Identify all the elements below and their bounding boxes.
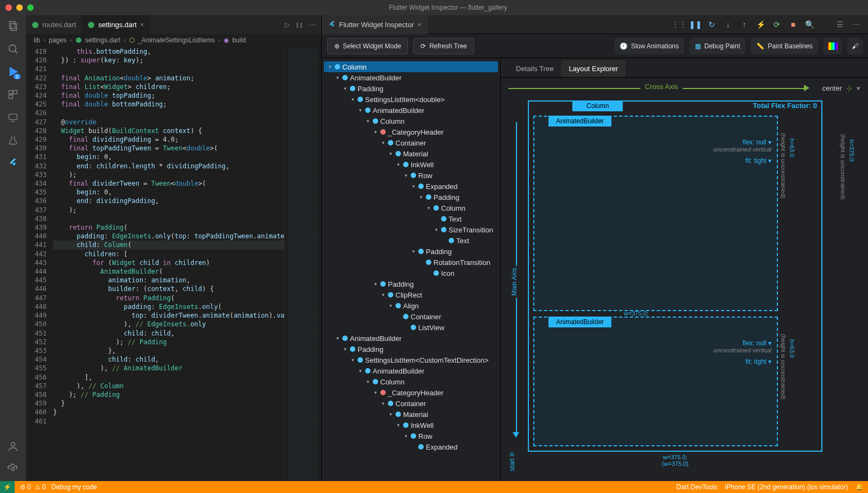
hot-reload-icon[interactable]: ⚡ <box>754 18 767 31</box>
tree-node[interactable]: ▾_CategoryHeader <box>324 127 498 137</box>
tab-layout-explorer[interactable]: Layout Explorer <box>561 60 626 77</box>
tree-node[interactable]: Icon <box>324 268 498 279</box>
tree-node[interactable]: ▾Column <box>324 61 498 72</box>
tree-node[interactable]: ▾AnimatedBuilder <box>324 365 498 376</box>
tree-node[interactable]: ▾AnimatedBuilder <box>324 105 498 116</box>
window-minimize[interactable] <box>16 4 23 11</box>
tree-node[interactable]: ▾Padding <box>324 344 498 355</box>
step-over-icon[interactable]: ↻ <box>705 18 718 31</box>
debug-icon[interactable]: 1 <box>7 65 20 78</box>
select-widget-button[interactable]: ⊕Select Widget Mode <box>327 38 408 54</box>
tree-node[interactable]: ▾SettingsListItem<double> <box>324 94 498 105</box>
tree-node[interactable]: ▾Container <box>324 398 498 409</box>
layout-child-1[interactable]: AnimatedBuilder flex: null ▾ unconstrain… <box>533 116 778 311</box>
window-title: Flutter Widget Inspector — flutter_galle… <box>34 4 863 11</box>
inspector-toolbar: ⊕Select Widget Mode ⟳Refresh Tree 🕘Slow … <box>322 34 868 58</box>
stop-icon[interactable]: ■ <box>787 18 800 31</box>
tree-node[interactable]: ▾Container <box>324 137 498 148</box>
color-picker-button[interactable] <box>824 38 842 54</box>
tree-node[interactable]: Text <box>324 235 498 246</box>
tree-node[interactable]: RotationTransition <box>324 257 498 268</box>
status-device[interactable]: iPhone SE (2nd generation) (ios simulato… <box>725 483 848 491</box>
tree-node[interactable]: ▾AnimatedBuilder <box>324 72 498 83</box>
flex-select[interactable]: flex: null ▾ <box>713 138 771 146</box>
slow-animations-button[interactable]: 🕘Slow Animations <box>614 38 684 54</box>
tree-node[interactable]: ▾ClipRect <box>324 289 498 300</box>
search-icon[interactable] <box>7 42 20 55</box>
tree-node[interactable]: ▾Row <box>324 431 498 441</box>
debug-toolbar: ⋮⋮ ❚❚ ↻ ↓ ↑ ⚡ ⟳ ■ 🔍 ☰ ⋯ <box>673 18 868 31</box>
step-into-icon[interactable]: ↓ <box>722 18 735 31</box>
account-icon[interactable] <box>7 440 20 453</box>
tree-node[interactable]: ▾Material <box>324 409 498 420</box>
svg-rect-8 <box>9 114 17 119</box>
tree-node[interactable]: ▾Align <box>324 300 498 311</box>
tree-node[interactable]: ▾SizeTransition <box>324 224 498 235</box>
inspector-tab[interactable]: Flutter Widget Inspector × <box>322 15 429 34</box>
tree-node[interactable]: ▾Padding <box>324 279 498 289</box>
tab-details-tree[interactable]: Details Tree <box>508 60 561 77</box>
editor-more-icon[interactable]: ⋯ <box>309 21 316 29</box>
panel-layout-icon[interactable]: ☰ <box>833 18 846 31</box>
settings-icon[interactable] <box>7 463 20 476</box>
cross-axis-alignment-select[interactable]: center ⊹ ▾ <box>822 84 860 92</box>
flex-select[interactable]: flex: null ▾ <box>713 339 771 347</box>
pause-icon[interactable]: ❚❚ <box>689 18 702 31</box>
tree-node[interactable]: Expanded <box>324 441 498 452</box>
tree-node[interactable]: ▾Expanded <box>324 181 498 192</box>
flutter-icon[interactable] <box>7 156 20 169</box>
platform-brightness-button[interactable]: 🖌 <box>847 38 863 54</box>
tree-node[interactable]: ▾SettingsListItem<CustomTextDirection> <box>324 355 498 365</box>
code-area[interactable]: this.bottomPadding, }) : super(key: key)… <box>53 46 284 481</box>
test-icon[interactable] <box>7 134 20 147</box>
window-close[interactable] <box>5 4 12 11</box>
refresh-tree-button[interactable]: ⟳Refresh Tree <box>413 38 474 54</box>
restart-icon[interactable]: ⟳ <box>770 18 783 31</box>
panel-more-icon[interactable]: ⋯ <box>850 18 863 31</box>
tree-node[interactable]: Text <box>324 213 498 224</box>
tree-node[interactable]: ▾Material <box>324 148 498 159</box>
drag-handle-icon[interactable]: ⋮⋮ <box>673 18 686 31</box>
remote-indicator[interactable]: ⚡ <box>0 481 15 493</box>
tree-node[interactable]: ▾Padding <box>324 246 498 257</box>
fit-select[interactable]: fit: tight ▾ <box>713 358 771 365</box>
layout-pane: Details Tree Layout Explorer Cross Axis … <box>501 58 868 481</box>
widget-tree[interactable]: ▾Column▾AnimatedBuilder▾Padding▾Settings… <box>322 58 501 481</box>
tree-node[interactable]: Container <box>324 311 498 322</box>
tree-node[interactable]: ▾InkWell <box>324 420 498 431</box>
paint-baselines-button[interactable]: 📏Paint Baselines <box>751 38 818 54</box>
layout-column-frame[interactable]: Column Total Flex Factor: 0 AnimatedBuil… <box>528 100 822 452</box>
window-zoom[interactable] <box>27 4 34 11</box>
status-devtools[interactable]: Dart DevTools <box>676 483 717 491</box>
notifications-icon[interactable]: 🔔 <box>856 483 864 491</box>
devtools-icon[interactable]: 🔍 <box>803 18 816 31</box>
tree-node[interactable]: ▾Column <box>324 116 498 127</box>
step-out-icon[interactable]: ↑ <box>738 18 751 31</box>
tree-node[interactable]: ▾Column <box>324 203 498 213</box>
tree-node[interactable]: ▾Column <box>324 376 498 387</box>
main-axis-alignment-select[interactable]: start ⊪ <box>508 451 516 471</box>
files-icon[interactable] <box>7 20 20 33</box>
tree-node[interactable]: ▾InkWell <box>324 159 498 170</box>
tab-settings[interactable]: settings.dart × <box>82 15 150 34</box>
tree-node[interactable]: ▾Padding <box>324 83 498 94</box>
fit-select[interactable]: fit: tight ▾ <box>713 157 771 165</box>
tree-node[interactable]: ListView <box>324 322 498 333</box>
debug-paint-button[interactable]: ▦Debug Paint <box>690 38 745 54</box>
tab-close-icon[interactable]: × <box>140 21 144 29</box>
tree-node[interactable]: ▾Padding <box>324 192 498 203</box>
breadcrumb[interactable]: lib› pages› settings.dart› ⬡ _AnimateSet… <box>26 34 321 46</box>
remote-icon[interactable] <box>7 111 20 124</box>
editor-run-icon[interactable]: ▷ <box>285 21 290 29</box>
extensions-icon[interactable] <box>7 88 20 101</box>
tree-node[interactable]: ▾_CategoryHeader <box>324 387 498 398</box>
status-debug[interactable]: Debug my code <box>52 483 97 491</box>
minimap[interactable] <box>284 46 321 481</box>
status-errors[interactable]: ⊘ 0 ⚠ 0 <box>20 483 46 491</box>
tab-routes[interactable]: routes.dart <box>26 15 82 34</box>
tree-node[interactable]: ▾AnimatedBuilder <box>324 333 498 344</box>
editor-split-icon[interactable]: ⫿⫿ <box>296 21 303 29</box>
tree-node[interactable]: ▾Row <box>324 170 498 181</box>
layout-child-2[interactable]: AnimatedBuilder flex: null ▾ unconstrain… <box>533 317 778 446</box>
close-icon[interactable]: × <box>417 21 422 29</box>
